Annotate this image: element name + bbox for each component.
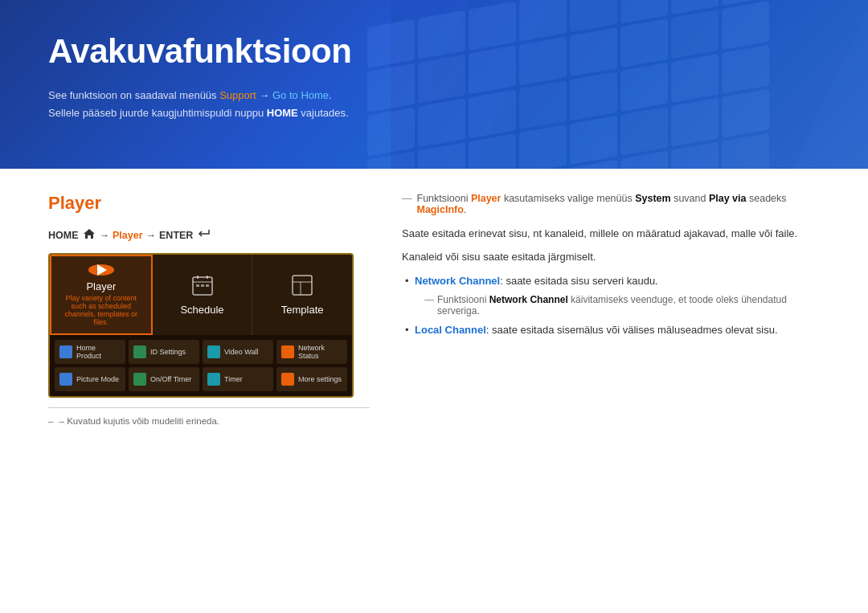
nav-player-label: Player bbox=[113, 230, 143, 241]
note-dash: – bbox=[48, 416, 53, 426]
player-item-template[interactable]: Template bbox=[252, 255, 352, 335]
network-channel-post: : saate esitada sisu serveri kaudu. bbox=[500, 275, 658, 287]
network-channel-sub-note: — Funktsiooni Network Channel käivitamis… bbox=[402, 294, 820, 317]
subtitle-post1: . bbox=[329, 89, 332, 101]
template-item-label: Template bbox=[281, 304, 324, 316]
intro-text: Funktsiooni Player kasutamiseks valige m… bbox=[417, 193, 821, 215]
play-triangle-icon bbox=[97, 264, 107, 276]
enter-icon bbox=[198, 228, 211, 242]
player-section-title: Player bbox=[48, 193, 370, 214]
nav-enter-label: ENTER bbox=[159, 230, 193, 241]
home-icon bbox=[84, 229, 95, 241]
home-keyword: HOME bbox=[267, 107, 298, 119]
desc-text-2: Kanaleid või sisu saate esitada järgmise… bbox=[402, 248, 820, 265]
intro-system: System bbox=[635, 193, 670, 204]
subtitle-post2: vajutades. bbox=[298, 107, 349, 119]
em-dash-sub: — bbox=[424, 294, 434, 305]
note-text: – Kuvatud kujutis võib mudeliti erineda. bbox=[59, 416, 219, 426]
bullet-network-channel: Network Channel: saate esitada sisu serv… bbox=[402, 272, 820, 289]
svg-marker-0 bbox=[84, 229, 95, 239]
support-link[interactable]: Support bbox=[219, 89, 256, 101]
player-main-row: Player Play variety of content such as s… bbox=[50, 255, 352, 335]
left-column: Player HOME → Player → ENTER Pla bbox=[48, 193, 370, 426]
grid-label-id-settings: ID Settings bbox=[150, 348, 186, 356]
intro-magicinfo: MagicInfo bbox=[417, 204, 464, 215]
picture-mode-icon bbox=[59, 373, 72, 386]
grid-item-timer[interactable]: Timer bbox=[203, 367, 273, 391]
template-icon bbox=[291, 274, 313, 299]
grid-item-id-settings[interactable]: ID Settings bbox=[129, 340, 199, 364]
grid-item-on-off-timer[interactable]: On/Off Timer bbox=[129, 367, 199, 391]
player-screenshot: Player Play variety of content such as s… bbox=[48, 253, 354, 398]
subtitle-pre2: Sellele pääseb juurde kaugjuhtimispuldi … bbox=[48, 107, 267, 119]
em-dash-intro: — bbox=[402, 193, 412, 204]
screenshot-note: – – Kuvatud kujutis võib mudeliti erined… bbox=[48, 407, 370, 426]
desc-text-1: Saate esitada erinevat sisu, nt kanaleid… bbox=[402, 225, 820, 242]
grid-item-more-settings[interactable]: More settings bbox=[276, 367, 347, 391]
bullet-list: Network Channel: saate esitada sisu serv… bbox=[402, 272, 820, 339]
intro-post: . bbox=[464, 204, 466, 215]
player-bottom-grid: Home Product ID Settings Video Wall Netw… bbox=[50, 335, 352, 396]
main-content: Player HOME → Player → ENTER Pla bbox=[0, 169, 868, 458]
player-item-player[interactable]: Player Play variety of content such as s… bbox=[50, 255, 153, 335]
navigation-path: HOME → Player → ENTER bbox=[48, 228, 370, 242]
grid-item-network-status[interactable]: Network Status bbox=[276, 340, 347, 364]
header-subtitle: See funktsioon on saadaval menüüs Suppor… bbox=[48, 87, 820, 122]
subtitle-arrow: → bbox=[256, 89, 272, 101]
header-banner: Avakuvafunktsioon See funktsioon on saad… bbox=[0, 0, 868, 169]
nav-arrow1: → bbox=[100, 230, 110, 241]
svg-rect-7 bbox=[206, 284, 209, 287]
grid-label-on-off-timer: On/Off Timer bbox=[150, 375, 191, 383]
network-status-icon bbox=[281, 345, 294, 358]
sub-network-channel-bold: Network Channel bbox=[489, 294, 568, 305]
grid-label-network-status: Network Status bbox=[298, 344, 342, 360]
grid-label-timer: Timer bbox=[224, 375, 243, 383]
grid-label-picture-mode: Picture Mode bbox=[76, 375, 119, 383]
on-off-timer-icon bbox=[133, 373, 146, 386]
grid-label-video-wall: Video Wall bbox=[224, 348, 259, 356]
header-decoration bbox=[347, 0, 868, 169]
intro-player: Player bbox=[471, 193, 502, 204]
grid-item-picture-mode[interactable]: Picture Mode bbox=[55, 367, 125, 391]
intro-note: — Funktsiooni Player kasutamiseks valige… bbox=[402, 193, 820, 215]
svg-rect-8 bbox=[293, 276, 312, 295]
intro-playvia: Play via bbox=[709, 193, 747, 204]
nav-arrow2: → bbox=[146, 230, 157, 241]
grid-label-home-product: Home Product bbox=[76, 344, 121, 360]
bullet-local-channel: Local Channel: saate esitada sisemälus v… bbox=[402, 321, 820, 338]
local-channel-post: : saate esitada sisemälus või välises mä… bbox=[486, 324, 778, 336]
subtitle-pre1: See funktsioon on saadaval menüüs bbox=[48, 89, 219, 101]
play-circle-icon bbox=[88, 264, 114, 276]
sub-note-text: Funktsiooni Network Channel käivitamisek… bbox=[437, 294, 820, 317]
intro-mid1: kasutamiseks valige menüüs bbox=[501, 193, 635, 204]
page-title: Avakuvafunktsioon bbox=[48, 32, 820, 71]
network-channel-bold: Network Channel bbox=[415, 275, 500, 287]
more-settings-icon bbox=[281, 373, 294, 386]
home-product-icon bbox=[59, 345, 72, 358]
schedule-item-label: Schedule bbox=[180, 304, 223, 316]
schedule-icon bbox=[191, 274, 214, 299]
video-wall-icon bbox=[207, 345, 220, 358]
intro-mid2: suvand bbox=[671, 193, 709, 204]
grid-label-more-settings: More settings bbox=[298, 375, 342, 383]
right-column: — Funktsiooni Player kasutamiseks valige… bbox=[402, 193, 820, 426]
grid-item-video-wall[interactable]: Video Wall bbox=[203, 340, 273, 364]
svg-rect-5 bbox=[196, 284, 199, 287]
intro-mid3: seadeks bbox=[747, 193, 787, 204]
grid-item-home-product[interactable]: Home Product bbox=[55, 340, 125, 364]
player-item-schedule[interactable]: Schedule bbox=[153, 255, 253, 335]
go-home-link[interactable]: Go to Home bbox=[272, 89, 329, 101]
nav-home-label: HOME bbox=[48, 230, 79, 241]
player-item-sub: Play variety of content such as schedule… bbox=[59, 294, 143, 326]
id-settings-icon bbox=[133, 345, 146, 358]
intro-pre: Funktsiooni bbox=[417, 193, 471, 204]
svg-rect-6 bbox=[201, 284, 204, 287]
timer-icon bbox=[207, 373, 220, 386]
player-item-label: Player bbox=[86, 280, 116, 292]
local-channel-bold: Local Channel bbox=[415, 324, 486, 336]
